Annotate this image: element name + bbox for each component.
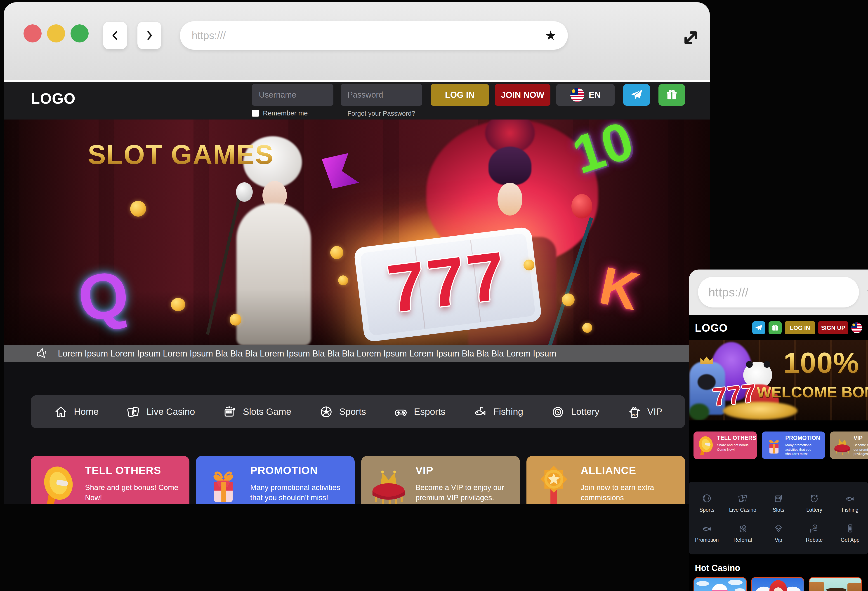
card-title: VIP xyxy=(853,435,862,441)
gift-button[interactable] xyxy=(658,84,685,106)
grid-item-sports[interactable]: Sports xyxy=(689,493,725,513)
game-thumbnail-fairy[interactable] xyxy=(751,577,804,591)
site-logo[interactable]: LOGO xyxy=(31,90,75,107)
welcome-bonus-text: WELCOME BONUS xyxy=(757,383,868,401)
nav-item-home[interactable]: Home xyxy=(53,405,99,419)
hot-casino-thumbnails xyxy=(694,577,862,591)
nav-label: Esports xyxy=(414,407,445,417)
mobile-login-button[interactable]: LOG IN xyxy=(785,321,815,335)
close-traffic-light[interactable] xyxy=(24,24,41,43)
mobile-gift-button[interactable] xyxy=(769,321,782,335)
maximize-traffic-light[interactable] xyxy=(71,24,89,43)
vip-card[interactable]: VIP Become a VIP to enjoy our premium VI… xyxy=(361,456,520,504)
grid-item-fishing[interactable]: Fishing xyxy=(832,493,868,513)
malaysia-flag-icon[interactable] xyxy=(851,323,862,333)
site-header: LOGO LOG IN JOIN NOW EN xyxy=(4,82,710,119)
mobile-url-input[interactable] xyxy=(708,285,866,299)
mobile-tell-others-card[interactable]: TELL OTHERS Share and get bonus! Come No… xyxy=(694,432,757,459)
announcement-text: Lorem Ipsum Lorem Ipsum Lorem Ipsum Bla … xyxy=(58,349,556,358)
nav-item-vip[interactable]: VIP VIP xyxy=(627,405,662,419)
cards-icon xyxy=(737,493,748,504)
grid-label: Vip xyxy=(775,537,782,543)
desktop-browser-chrome: ★ xyxy=(4,2,710,82)
grid-item-lottery[interactable]: 7 Lottery xyxy=(796,493,832,513)
mobile-bookmark-star-icon[interactable]: ★ xyxy=(866,284,868,301)
nav-label: Slots Game xyxy=(243,407,291,417)
svg-text:VIP: VIP xyxy=(632,413,637,416)
grid-label: Sports xyxy=(700,507,714,513)
forward-button[interactable] xyxy=(137,22,161,49)
back-button[interactable] xyxy=(103,22,127,49)
telegram-plane-icon xyxy=(754,324,763,332)
crown-cushion-icon xyxy=(367,461,410,504)
svg-text:5: 5 xyxy=(557,410,559,414)
card-title: TELL OTHERS xyxy=(85,464,161,476)
login-button[interactable]: LOG IN xyxy=(431,84,489,106)
nav-item-esports[interactable]: Esports xyxy=(394,405,445,419)
gift-box-3d-icon xyxy=(763,434,784,456)
expand-window-button[interactable] xyxy=(676,23,706,52)
minimize-traffic-light[interactable] xyxy=(47,24,65,43)
password-field[interactable] xyxy=(341,84,422,106)
nav-item-fishing[interactable]: Fishing xyxy=(473,405,523,419)
card-text: Join now to earn extra commissions xyxy=(581,483,680,503)
username-field[interactable] xyxy=(252,84,334,106)
remember-me-control[interactable]: Remember me xyxy=(252,109,308,117)
grid-item-slots[interactable]: Slots xyxy=(761,493,796,513)
forgot-password-link[interactable]: Forgot your Password? xyxy=(341,110,422,117)
card-title: ALLIANCE xyxy=(581,464,636,476)
medal-icon xyxy=(532,461,575,504)
screenshot-canvas: ★ LOGO LOG IN JOIN NOW EN xyxy=(0,0,868,591)
nav-item-sports[interactable]: Sports xyxy=(319,405,366,419)
announcement-bar: Lorem Ipsum Lorem Ipsum Lorem Ipsum Bla … xyxy=(4,345,710,362)
coin-decoration xyxy=(524,259,534,270)
bonus-percent-text: 100% xyxy=(784,346,859,379)
coin-decoration xyxy=(582,323,592,333)
grid-item-referral[interactable]: Referral xyxy=(725,523,760,543)
mobile-welcome-banner[interactable]: 777 100% WELCOME BONUS xyxy=(689,340,868,420)
telegram-button[interactable] xyxy=(623,84,650,106)
grid-item-live-casino[interactable]: Live Casino xyxy=(725,493,760,513)
grid-item-vip[interactable]: Vip xyxy=(761,523,796,543)
back-chevron-icon xyxy=(109,29,121,42)
mobile-promotion-card[interactable]: PROMOTION Many promotional activities th… xyxy=(762,432,825,459)
building-left xyxy=(809,582,824,591)
svg-text:7: 7 xyxy=(813,497,815,501)
promotion-card[interactable]: PROMOTION Many promotional activities th… xyxy=(196,456,355,504)
nav-item-slots-game[interactable]: Slots Game xyxy=(223,405,291,419)
grid-item-get-app[interactable]: Get App xyxy=(832,523,868,543)
promotion-fish-icon xyxy=(701,523,712,534)
grid-item-rebate[interactable]: $ Rebate xyxy=(796,523,832,543)
nav-label: Sports xyxy=(339,407,366,417)
join-now-button[interactable]: JOIN NOW xyxy=(495,84,551,106)
alliance-card[interactable]: ALLIANCE Join now to earn extra commissi… xyxy=(527,456,685,504)
mobile-telegram-button[interactable] xyxy=(752,321,765,335)
home-icon xyxy=(53,405,68,419)
card-title: PROMOTION xyxy=(250,464,318,476)
card-title: VIP xyxy=(415,464,433,476)
game-thumbnail-western[interactable] xyxy=(809,577,862,591)
url-input[interactable] xyxy=(191,29,545,42)
bookmark-star-icon[interactable]: ★ xyxy=(545,28,557,43)
fish-icon xyxy=(473,405,487,419)
panda-ear xyxy=(746,361,753,368)
mobile-vip-card[interactable]: VIP Become a VIP to enjoy our premium VI… xyxy=(830,432,868,459)
nav-item-live-casino[interactable]: Live Casino xyxy=(126,405,195,419)
mobile-site-header: LOGO LOG IN SIGN UP xyxy=(689,315,868,340)
mobile-url-bar: ★ xyxy=(698,277,859,308)
remember-me-checkbox[interactable] xyxy=(252,110,259,116)
card-text: Share and get bonus! Come Now! xyxy=(717,443,754,452)
nav-item-lottery[interactable]: 5 Lottery xyxy=(551,405,599,419)
grid-item-promotion[interactable]: Promotion xyxy=(689,523,725,543)
neon-q-symbol: Q xyxy=(73,260,134,332)
mobile-site-logo[interactable]: LOGO xyxy=(695,322,728,334)
card-title: TELL OTHERS xyxy=(717,435,756,441)
vip-badge-icon xyxy=(773,523,784,534)
baseball-icon xyxy=(701,493,712,504)
game-thumbnail-candy[interactable] xyxy=(694,577,747,591)
crown-cushion-icon xyxy=(832,434,853,456)
tell-others-card[interactable]: TELL OTHERS Share and get bonus! Come No… xyxy=(31,456,189,504)
mobile-signup-button[interactable]: SIGN UP xyxy=(818,321,848,335)
hero-banner[interactable]: SLOT GAMES 10 Q K xyxy=(4,119,710,345)
language-selector[interactable]: EN xyxy=(556,84,615,106)
